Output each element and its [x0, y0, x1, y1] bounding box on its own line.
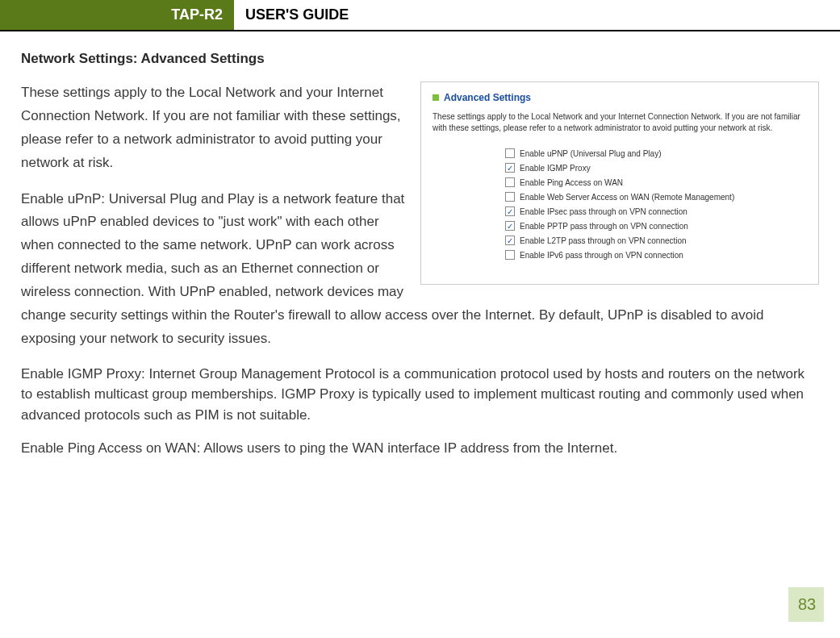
- section-title: Network Settings: Advanced Settings: [21, 51, 819, 67]
- checkbox-row: ✓ Enable IPsec pass through on VPN conne…: [505, 206, 807, 216]
- checkbox-label: Enable Ping Access on WAN: [520, 178, 623, 187]
- checkbox-row: ✓ Enable PPTP pass through on VPN connec…: [505, 221, 807, 231]
- header-model: TAP-R2: [0, 0, 234, 30]
- header-title: USER'S GUIDE: [234, 0, 840, 30]
- checkbox-row: ✓ Enable IGMP Proxy: [505, 163, 807, 173]
- checkbox[interactable]: [505, 250, 515, 260]
- figure-title: Advanced Settings: [444, 92, 531, 103]
- checkbox-label: Enable uPNP (Universal Plug and Play): [520, 149, 661, 158]
- checkbox-label: Enable L2TP pass through on VPN connecti…: [520, 236, 687, 245]
- content-area: Network Settings: Advanced Settings Adva…: [0, 51, 840, 459]
- settings-screenshot: Advanced Settings These settings apply t…: [420, 81, 819, 285]
- checkbox-label: Enable IPv6 pass through on VPN connecti…: [520, 251, 683, 260]
- checkbox-label: Enable IGMP Proxy: [520, 164, 591, 173]
- figure-header: Advanced Settings: [433, 92, 807, 103]
- figure-description: These settings apply to the Local Networ…: [433, 111, 807, 134]
- document-header: TAP-R2 USER'S GUIDE: [0, 0, 840, 31]
- igmp-paragraph: Enable IGMP Proxy: Internet Group Manage…: [21, 364, 819, 426]
- checkbox-label: Enable PPTP pass through on VPN connecti…: [520, 222, 688, 231]
- checkbox[interactable]: ✓: [505, 206, 515, 216]
- checkbox-row: ✓ Enable L2TP pass through on VPN connec…: [505, 236, 807, 245]
- checkbox-row: Enable uPNP (Universal Plug and Play): [505, 148, 807, 158]
- checkbox[interactable]: ✓: [505, 163, 515, 173]
- checkbox-row: Enable Web Server Access on WAN (Remote …: [505, 192, 807, 202]
- checkbox-label: Enable Web Server Access on WAN (Remote …: [520, 193, 734, 202]
- ping-paragraph: Enable Ping Access on WAN: Allows users …: [21, 438, 819, 459]
- page-number: 83: [788, 587, 824, 622]
- checkbox[interactable]: [505, 148, 515, 158]
- checkbox[interactable]: ✓: [505, 236, 515, 245]
- checkbox-label: Enable IPsec pass through on VPN connect…: [520, 207, 687, 216]
- checkbox[interactable]: [505, 192, 515, 202]
- bullet-icon: [433, 94, 439, 101]
- checkbox[interactable]: ✓: [505, 221, 515, 231]
- checkbox-list: Enable uPNP (Universal Plug and Play) ✓ …: [505, 148, 807, 260]
- checkbox[interactable]: [505, 177, 515, 187]
- checkbox-row: Enable Ping Access on WAN: [505, 177, 807, 187]
- checkbox-row: Enable IPv6 pass through on VPN connecti…: [505, 250, 807, 260]
